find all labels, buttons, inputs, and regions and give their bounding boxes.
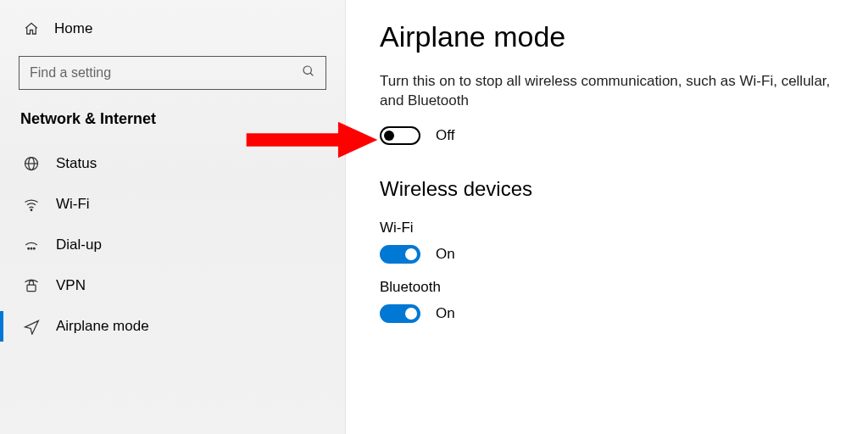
wifi-device-label: Wi-Fi	[380, 220, 868, 236]
home-icon	[22, 21, 41, 36]
nav-home[interactable]: Home	[0, 12, 345, 46]
svg-line-1	[310, 73, 313, 75]
sidebar-item-dialup[interactable]: Dial-up	[0, 225, 345, 265]
airplane-mode-toggle-label: Off	[436, 127, 454, 144]
bluetooth-device-label: Bluetooth	[380, 279, 868, 296]
airplane-icon	[22, 318, 41, 335]
search-input[interactable]	[30, 65, 302, 81]
sidebar-item-vpn[interactable]: VPN	[0, 265, 345, 306]
bluetooth-toggle-label: On	[436, 305, 455, 322]
nav-home-label: Home	[54, 20, 92, 37]
sidebar-item-wifi[interactable]: Wi-Fi	[0, 184, 345, 225]
category-title: Network & Internet	[0, 105, 345, 143]
wireless-section-title: Wireless devices	[380, 177, 868, 201]
svg-point-7	[31, 248, 32, 249]
wifi-toggle[interactable]	[380, 245, 420, 264]
sidebar-item-status[interactable]: Status	[0, 143, 345, 184]
settings-sidebar: Home Network & Internet Status Wi-Fi Dia…	[0, 0, 346, 434]
bluetooth-toggle[interactable]	[380, 304, 420, 323]
vpn-icon	[22, 277, 41, 294]
page-title: Airplane mode	[380, 20, 868, 53]
sidebar-item-label: Dial-up	[56, 236, 102, 253]
airplane-description: Turn this on to stop all wireless commun…	[380, 72, 854, 111]
sidebar-item-airplane-mode[interactable]: Airplane mode	[0, 306, 345, 347]
sidebar-item-label: Status	[56, 155, 97, 172]
svg-point-6	[28, 248, 30, 249]
globe-icon	[22, 155, 41, 172]
dialup-icon	[22, 236, 41, 253]
search-settings[interactable]	[19, 56, 326, 90]
svg-point-0	[303, 66, 311, 74]
svg-rect-9	[27, 285, 36, 292]
sidebar-item-label: Wi-Fi	[56, 196, 90, 213]
search-icon	[302, 64, 315, 81]
sidebar-item-label: VPN	[56, 277, 86, 294]
wifi-toggle-label: On	[436, 246, 455, 263]
sidebar-item-label: Airplane mode	[56, 318, 149, 335]
airplane-mode-toggle[interactable]	[380, 126, 420, 145]
svg-point-8	[34, 248, 36, 249]
svg-point-5	[31, 209, 32, 211]
main-content: Airplane mode Turn this on to stop all w…	[346, 0, 868, 434]
wifi-icon	[22, 196, 41, 213]
